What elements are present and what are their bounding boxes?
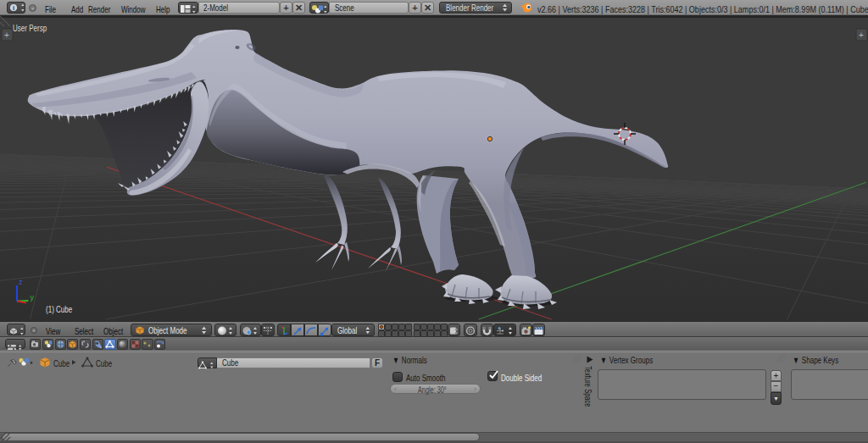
svg-text:+: +: [859, 30, 864, 40]
svg-text:z: z: [19, 278, 23, 286]
svg-text:+: +: [4, 30, 9, 40]
svg-text:y: y: [31, 293, 35, 302]
svg-text:i: i: [13, 3, 14, 11]
